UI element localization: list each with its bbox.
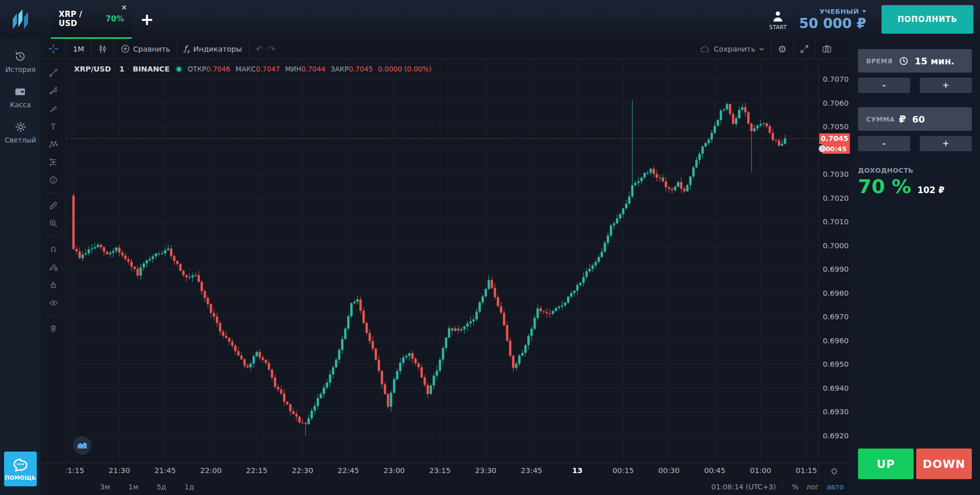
- range-3m-button[interactable]: 3м: [100, 483, 110, 491]
- candle: [430, 386, 432, 394]
- add-tab-button[interactable]: +: [132, 0, 162, 39]
- redo-icon: ↷: [268, 44, 275, 54]
- zoom-in-tool[interactable]: [45, 215, 62, 232]
- remove-drawings-tool[interactable]: [45, 319, 62, 337]
- trend-line-tool[interactable]: [45, 64, 62, 82]
- candle: [225, 336, 228, 338]
- expiry-countdown-tag: 00:45: [822, 144, 850, 154]
- payout-amount: 102 ₽: [917, 185, 944, 195]
- measure-tool[interactable]: [45, 197, 62, 215]
- candle: [613, 223, 616, 225]
- candle: [283, 393, 286, 402]
- emoji-tool[interactable]: [45, 171, 62, 189]
- time-field[interactable]: ВРЕМЯ 15 мин.: [858, 49, 972, 73]
- price-axis-label: 0.7000: [823, 241, 849, 250]
- down-trade-button[interactable]: DOWN: [916, 449, 972, 479]
- legend-separator: ·: [114, 65, 116, 73]
- sidebar-item-cashier[interactable]: Касса: [10, 85, 31, 109]
- sidebar-item-light-theme[interactable]: Светлый: [5, 121, 36, 144]
- candle: [454, 328, 457, 331]
- price-axis[interactable]: 0.70700.70600.70500.70300.70200.70100.70…: [819, 59, 850, 463]
- redo-button[interactable]: ↷: [265, 39, 282, 59]
- candle: [247, 366, 249, 367]
- auto-scale-button[interactable]: авто: [826, 483, 844, 491]
- toolbar-divider: [46, 236, 61, 237]
- candle: [344, 328, 347, 339]
- price-axis-label: 0.7060: [823, 99, 849, 108]
- range-5d-button[interactable]: 5д: [157, 483, 166, 491]
- candle: [778, 140, 780, 146]
- clock-icon: [899, 56, 909, 66]
- time-decrease-button[interactable]: -: [858, 78, 910, 93]
- range-1d-button[interactable]: 1д: [185, 483, 194, 491]
- candle: [414, 359, 417, 363]
- save-layout-button[interactable]: Сохранить: [694, 39, 771, 59]
- brush-tool[interactable]: [45, 100, 62, 117]
- start-tour-button[interactable]: START: [769, 9, 787, 30]
- clock-utc-label[interactable]: 01:08:14 (UTC+3): [712, 483, 776, 491]
- tab-close-icon[interactable]: ×: [121, 4, 127, 11]
- up-trade-button[interactable]: UP: [858, 449, 914, 479]
- asset-tab-xrp-usd[interactable]: XRP / USD 70% ×: [51, 0, 132, 39]
- axis-settings-button[interactable]: [819, 463, 850, 479]
- time-axis[interactable]: 21:1521:3021:4522:0022:1522:3022:4523:00…: [41, 463, 850, 479]
- candle: [323, 388, 325, 394]
- time-field-value: 15 мин.: [915, 56, 954, 66]
- candle: [463, 326, 466, 329]
- candle: [139, 267, 142, 275]
- time-increase-button[interactable]: +: [920, 78, 972, 93]
- candle: [622, 208, 625, 214]
- prediction-tool[interactable]: [45, 153, 62, 171]
- interval-button[interactable]: 1M: [66, 39, 91, 59]
- time-axis-label: 21:45: [155, 466, 176, 475]
- candle: [500, 306, 502, 313]
- chart-settings-button[interactable]: ⚙: [771, 39, 793, 59]
- app-logo[interactable]: [0, 0, 41, 39]
- fullscreen-button[interactable]: [794, 39, 815, 59]
- chart-style-button[interactable]: [91, 39, 114, 59]
- candle: [185, 275, 188, 277]
- pattern-tool[interactable]: [45, 135, 62, 153]
- candle: [484, 289, 487, 297]
- amount-field[interactable]: СУММА ₽ 60: [858, 107, 972, 131]
- text-tool[interactable]: T: [45, 117, 62, 135]
- candle: [494, 288, 496, 297]
- candle: [91, 248, 93, 249]
- screenshot-button[interactable]: [816, 39, 850, 59]
- hide-drawings-tool[interactable]: [45, 294, 62, 312]
- candle: [442, 348, 445, 360]
- candle: [253, 356, 255, 363]
- undo-button[interactable]: ↶: [249, 39, 265, 59]
- indicators-button[interactable]: ƒx Индикаторы: [177, 39, 249, 59]
- crosshair-tool-button[interactable]: [41, 39, 66, 59]
- range-1m-button[interactable]: 1м: [128, 483, 138, 491]
- candle: [268, 363, 271, 370]
- axis-options: 01:08:14 (UTC+3) % лог авто: [712, 483, 850, 491]
- deposit-button[interactable]: ПОПОЛНИТЬ: [881, 5, 973, 34]
- chart-style-quick-button[interactable]: [73, 436, 91, 455]
- history-icon: [14, 50, 27, 63]
- magnet-tool[interactable]: [45, 240, 62, 258]
- help-button[interactable]: ПОМОЩЬ: [4, 452, 37, 486]
- candle: [256, 352, 258, 356]
- candlestick-chart[interactable]: [66, 59, 819, 463]
- legend-symbol[interactable]: XRP/USD: [74, 65, 111, 73]
- candle: [115, 248, 117, 251]
- percent-scale-button[interactable]: %: [792, 483, 798, 491]
- amount-decrease-button[interactable]: -: [858, 136, 910, 151]
- candle: [738, 110, 741, 118]
- balance-block: УЧЕБНЫЙ 50 000 ₽: [799, 8, 866, 31]
- candle: [259, 352, 261, 358]
- compare-button[interactable]: Сравнить: [114, 39, 177, 59]
- account-type-dropdown[interactable]: УЧЕБНЫЙ: [820, 8, 866, 15]
- drawing-mode-tool[interactable]: [45, 258, 62, 276]
- sidebar-item-history[interactable]: История: [5, 50, 35, 74]
- candle: [326, 383, 328, 387]
- lock-drawings-tool[interactable]: [45, 276, 62, 294]
- chart-plot-area[interactable]: XRP/USD · 1 · BINANCE ОТКР0.7046 МАКС0.7…: [66, 59, 819, 463]
- log-scale-button[interactable]: лог: [806, 483, 819, 491]
- time-axis-label: 13: [572, 466, 582, 475]
- amount-increase-button[interactable]: +: [920, 136, 972, 151]
- fullscreen-icon: [800, 45, 808, 53]
- gann-fib-tool[interactable]: [45, 82, 62, 100]
